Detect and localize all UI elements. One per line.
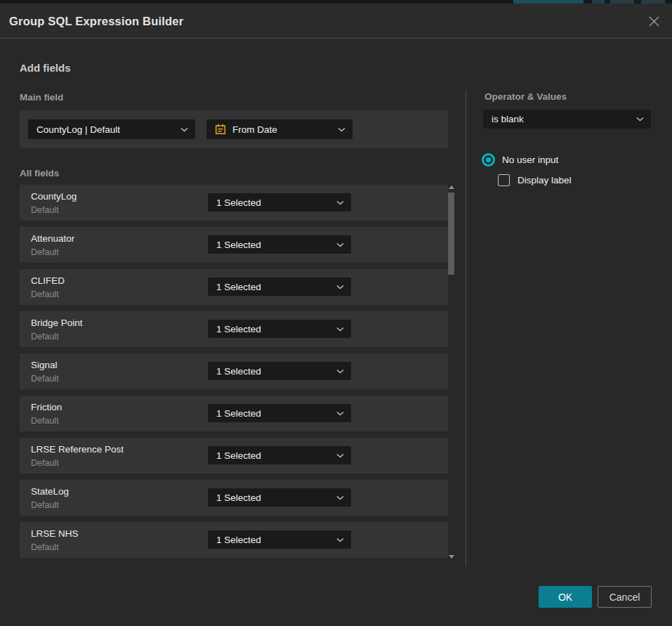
field-selection-dropdown[interactable]: 1 Selected [208, 530, 351, 549]
chevron-down-icon [336, 369, 344, 374]
chevron-down-icon [336, 327, 344, 332]
screen: Group SQL Expression Builder Add fields … [0, 0, 672, 626]
field-row: Signal Default 1 Selected [20, 353, 448, 389]
field-name: CountyLog [31, 191, 77, 202]
field-sublabel: Default [31, 289, 59, 299]
close-button[interactable] [645, 13, 662, 30]
field-sublabel: Default [31, 332, 59, 341]
field-selection-dropdown[interactable]: 1 Selected [208, 446, 351, 464]
group-sql-expression-builder-dialog: Group SQL Expression Builder Add fields … [0, 4, 672, 626]
field-selection-dropdown[interactable]: 1 Selected [208, 320, 351, 338]
field-selection-value: 1 Selected [216, 197, 331, 208]
field-selection-value: 1 Selected [216, 282, 331, 292]
field-name: Attenuator [31, 233, 74, 244]
main-field-label: Main field [20, 92, 63, 103]
layer-select-value: CountyLog | Default [37, 124, 175, 135]
field-row: Friction Default 1 Selected [20, 396, 448, 431]
field-row: Attenuator Default 1 Selected [20, 227, 448, 263]
chevron-down-icon [336, 495, 344, 500]
chevron-down-icon [336, 285, 344, 289]
main-field-panel: CountyLog | Default From Date [20, 110, 448, 148]
field-selection-value: 1 Selected [216, 493, 331, 503]
field-selection-value: 1 Selected [216, 535, 331, 545]
field-sublabel: Default [31, 247, 59, 257]
cancel-button[interactable]: Cancel [598, 586, 652, 608]
scroll-up-arrow-icon[interactable] [449, 185, 454, 189]
field-selection-dropdown[interactable]: 1 Selected [208, 278, 351, 296]
field-row: LRSE Reference Post Default 1 Selected [20, 438, 448, 474]
field-selection-dropdown[interactable]: 1 Selected [208, 362, 351, 380]
checkbox-unchecked-icon[interactable] [498, 174, 510, 186]
chevron-down-icon [336, 411, 344, 416]
calendar-icon [215, 124, 226, 135]
add-fields-heading: Add fields [20, 62, 71, 74]
operator-select-value: is blank [492, 114, 631, 124]
field-name: CLIFED [31, 275, 65, 286]
dialog-header: Group SQL Expression Builder [0, 4, 672, 39]
field-row: CountyLog Default 1 Selected [20, 185, 448, 221]
operator-select-dropdown[interactable]: is blank [483, 110, 651, 129]
field-selection-value: 1 Selected [216, 408, 331, 419]
field-name: Signal [31, 360, 58, 370]
field-name: LRSE NHS [31, 528, 79, 539]
list-scrollbar[interactable] [448, 183, 456, 562]
dialog-title: Group SQL Expression Builder [9, 4, 183, 39]
field-row: CLIFED Default 1 Selected [20, 269, 448, 305]
field-sublabel: Default [31, 374, 59, 384]
layer-select-dropdown[interactable]: CountyLog | Default [28, 119, 195, 139]
scroll-down-arrow-icon[interactable] [449, 555, 454, 559]
field-name: LRSE Reference Post [31, 444, 124, 455]
field-selection-value: 1 Selected [216, 366, 331, 377]
field-selection-value: 1 Selected [216, 240, 331, 250]
field-selection-dropdown[interactable]: 1 Selected [208, 404, 351, 422]
no-user-input-radio[interactable]: No user input [482, 153, 558, 167]
all-fields-list: CountyLog Default 1 Selected Attenuator … [20, 185, 448, 561]
field-sublabel: Default [31, 542, 59, 552]
field-name: Bridge Point [31, 318, 83, 328]
field-name: StateLog [31, 486, 69, 497]
panel-divider [466, 90, 466, 566]
scrollbar-thumb[interactable] [448, 193, 454, 275]
close-icon [649, 16, 659, 27]
field-row: StateLog Default 1 Selected [20, 480, 448, 516]
display-label-checkbox-row[interactable]: Display label [498, 174, 572, 186]
display-label-text: Display label [518, 175, 572, 185]
field-name: Friction [31, 402, 62, 412]
operator-values-label: Operator & Values [485, 91, 567, 102]
main-field-select-value: From Date [232, 124, 332, 135]
field-sublabel: Default [31, 458, 59, 468]
field-selection-dropdown[interactable]: 1 Selected [208, 193, 351, 211]
field-sublabel: Default [31, 205, 59, 215]
no-user-input-label: No user input [502, 155, 558, 165]
field-selection-dropdown[interactable]: 1 Selected [208, 488, 351, 507]
all-fields-label: All fields [20, 168, 59, 178]
field-selection-dropdown[interactable]: 1 Selected [208, 235, 351, 254]
radio-selected-icon [482, 153, 495, 167]
chevron-down-icon [636, 117, 644, 122]
field-sublabel: Default [31, 500, 59, 510]
field-row: LRSE NHS Default 1 Selected [20, 522, 448, 558]
chevron-down-icon [336, 200, 344, 205]
field-sublabel: Default [31, 416, 59, 426]
chevron-down-icon [338, 127, 345, 132]
field-selection-value: 1 Selected [216, 324, 331, 334]
ok-button[interactable]: OK [539, 586, 592, 608]
field-selection-value: 1 Selected [216, 450, 331, 461]
chevron-down-icon [336, 537, 344, 542]
main-field-select-dropdown[interactable]: From Date [206, 119, 353, 139]
field-row: Bridge Point Default 1 Selected [20, 311, 448, 347]
chevron-down-icon [180, 127, 188, 132]
chevron-down-icon [336, 242, 344, 247]
chevron-down-icon [336, 453, 344, 458]
